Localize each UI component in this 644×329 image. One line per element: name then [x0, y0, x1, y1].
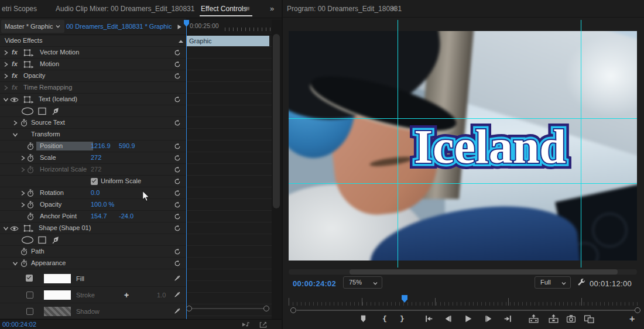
chevron-down-icon[interactable]	[2, 225, 9, 232]
program-pan-thumb[interactable]	[350, 269, 618, 275]
horizontal-guide-top[interactable]	[289, 118, 637, 119]
ecp-hscroll-left-handle[interactable]	[186, 306, 192, 311]
stopwatch-icon[interactable]	[27, 189, 34, 197]
horizontal-guide-bottom[interactable]	[289, 183, 637, 184]
chevron-right-icon[interactable]	[19, 190, 26, 197]
stopwatch-icon[interactable]	[20, 259, 28, 268]
reset-icon[interactable]	[174, 49, 181, 56]
chevron-right-icon[interactable]	[19, 166, 26, 173]
next-clip-icon[interactable]	[176, 23, 183, 30]
transform-box-icon[interactable]	[23, 95, 34, 104]
position-x-value[interactable]: 1216.9	[91, 140, 111, 152]
chevron-down-icon[interactable]	[12, 131, 19, 138]
play-button[interactable]	[463, 314, 473, 324]
eyedropper-icon[interactable]	[173, 275, 181, 282]
opacity-param-value[interactable]: 100.0 %	[91, 199, 114, 210]
shadow-color-swatch[interactable]	[44, 307, 71, 316]
tab-overflow-icon[interactable]: »	[270, 4, 273, 13]
collapse-section-icon[interactable]	[177, 38, 184, 45]
rectangle-tool-icon[interactable]	[37, 236, 47, 244]
export-frame-button[interactable]	[566, 314, 576, 324]
ecp-mini-timeline[interactable]: Graphic	[186, 35, 272, 319]
anchor-x-value[interactable]: 154.7	[91, 211, 107, 222]
shadow-checkbox[interactable]	[26, 308, 33, 315]
tab-audio-clip-mixer[interactable]: Audio Clip Mixer: 00 Dreamers_Edit_18083…	[56, 5, 194, 13]
reset-icon[interactable]	[174, 155, 181, 162]
stopwatch-icon[interactable]	[27, 154, 34, 162]
add-stroke-button[interactable]: +	[124, 287, 129, 298]
stopwatch-icon[interactable]	[20, 248, 28, 256]
fill-checkbox[interactable]	[26, 275, 33, 282]
ecp-current-timecode[interactable]: 00:00:24:02	[2, 321, 36, 328]
ecp-vertical-scrollbar[interactable]	[272, 20, 282, 319]
mark-out-button[interactable]: }	[398, 314, 406, 323]
vertical-guide-right[interactable]	[581, 20, 581, 268]
chevron-right-icon[interactable]	[19, 201, 26, 208]
eye-visibility-icon[interactable]	[10, 97, 19, 103]
panel-menu-icon[interactable]: ≡	[392, 4, 396, 13]
program-title[interactable]: Program: 00 Dreamers_Edit_180831	[287, 5, 402, 13]
reset-icon[interactable]	[174, 61, 181, 68]
chevron-right-icon[interactable]	[2, 84, 9, 91]
go-to-out-button[interactable]	[503, 314, 513, 324]
seek-left-handle[interactable]	[290, 307, 296, 313]
reset-icon[interactable]	[174, 213, 181, 220]
ellipse-tool-icon[interactable]	[21, 107, 34, 115]
comparison-view-button[interactable]	[584, 314, 595, 324]
transform-box-icon[interactable]	[23, 49, 34, 57]
reset-icon[interactable]	[174, 96, 181, 103]
stopwatch-icon[interactable]	[27, 213, 34, 221]
fill-color-swatch[interactable]	[44, 274, 71, 283]
chevron-down-icon[interactable]	[55, 23, 61, 29]
anchor-y-value[interactable]: -24.0	[119, 211, 133, 222]
ecp-hscroll-right-handle[interactable]	[263, 306, 269, 311]
uniform-scale-checkbox[interactable]	[91, 178, 98, 185]
ecp-hscroll-track[interactable]	[192, 308, 263, 309]
lift-button[interactable]	[528, 314, 539, 324]
add-marker-button[interactable]	[358, 314, 368, 324]
button-editor-button[interactable]: +	[629, 314, 635, 324]
stroke-color-swatch[interactable]	[44, 290, 71, 300]
reset-icon[interactable]	[174, 248, 181, 255]
program-seek-track[interactable]	[297, 310, 635, 311]
reset-icon[interactable]	[174, 73, 181, 80]
chevron-right-icon[interactable]	[19, 155, 26, 162]
step-forward-button[interactable]	[484, 314, 494, 324]
program-video-frame[interactable]	[289, 31, 637, 261]
reset-icon[interactable]	[174, 190, 181, 197]
reset-icon[interactable]	[174, 166, 181, 173]
tab-lumetri-scopes[interactable]: etri Scopes	[2, 5, 37, 13]
reset-icon[interactable]	[174, 119, 181, 126]
master-clip-selector[interactable]: Master * Graphic	[1, 20, 64, 33]
ecp-vscroll-thumb[interactable]	[273, 34, 280, 208]
export-icon[interactable]	[259, 321, 268, 328]
program-time-ruler[interactable]	[289, 296, 638, 306]
position-y-value[interactable]: 590.9	[119, 140, 135, 152]
chevron-down-icon[interactable]	[12, 260, 19, 267]
vertical-guide-left[interactable]	[398, 20, 398, 268]
playback-resolution-dropdown[interactable]: Full	[535, 276, 571, 289]
eyedropper-icon[interactable]	[173, 307, 181, 315]
rotation-value[interactable]: 0.0	[91, 187, 100, 198]
chevron-right-icon[interactable]	[2, 61, 9, 68]
stopwatch-icon[interactable]	[20, 119, 28, 127]
graphic-clip-bar[interactable]: Graphic	[187, 36, 269, 46]
program-pan-scrollbar[interactable]	[289, 269, 637, 275]
ecp-playhead-line[interactable]	[186, 20, 187, 319]
pen-tool-icon[interactable]	[51, 235, 60, 245]
extract-button[interactable]	[548, 314, 559, 324]
sequence-clip-label[interactable]: 00 Dreamers_Edit_180831 * Graphic	[66, 20, 172, 33]
settings-wrench-icon[interactable]	[577, 278, 586, 287]
reset-icon[interactable]	[174, 178, 181, 185]
zoom-level-dropdown[interactable]: 75%	[343, 276, 382, 289]
chevron-right-icon[interactable]	[2, 49, 9, 56]
transform-box-icon[interactable]	[23, 60, 34, 68]
eyedropper-icon[interactable]	[173, 291, 181, 299]
panel-menu-icon[interactable]: ≡	[245, 4, 250, 13]
stroke-checkbox[interactable]	[26, 292, 33, 299]
reset-icon[interactable]	[174, 201, 181, 208]
tab-effect-controls[interactable]: Effect Controls	[201, 5, 246, 13]
chevron-right-icon[interactable]	[2, 73, 9, 80]
ellipse-tool-icon[interactable]	[21, 236, 34, 244]
chevron-down-icon[interactable]	[2, 96, 9, 103]
